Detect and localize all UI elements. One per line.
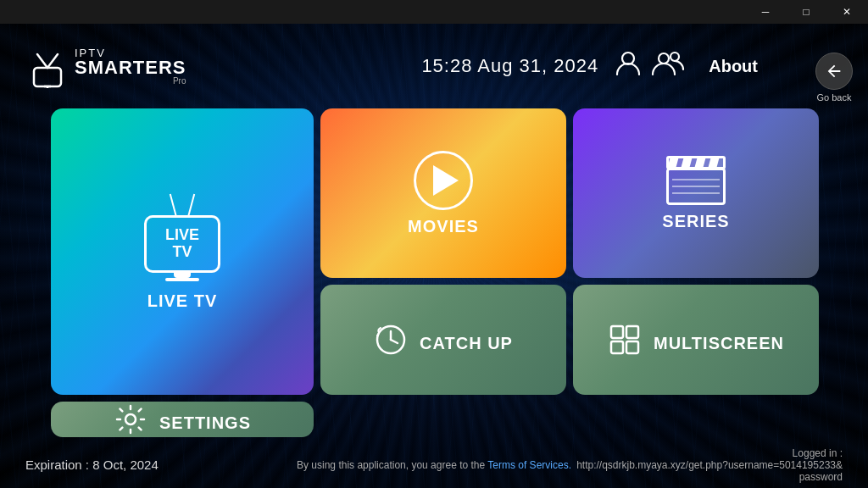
profile-icon[interactable] xyxy=(614,49,643,84)
goback-icon xyxy=(825,62,843,80)
logo-text: IPTV SMARTERS Pro xyxy=(75,47,186,86)
logged-in-label: Logged in : xyxy=(793,447,843,459)
clapper-stripe xyxy=(668,158,679,167)
logged-in-info: Logged in : http://qsdrkjb.myaya.xyz/get… xyxy=(571,447,843,483)
clapper-icon xyxy=(666,156,726,205)
svg-rect-16 xyxy=(626,341,638,353)
header-icons xyxy=(614,49,685,84)
footer: Expiration : 8 Oct, 2024 By using this a… xyxy=(0,441,868,488)
maximize-button[interactable]: □ xyxy=(787,0,826,24)
clapper-stripe xyxy=(695,158,706,167)
svg-rect-2 xyxy=(34,68,61,86)
logged-in-url: http://qsdrkjb.myaya.xyz/get.php?usernam… xyxy=(576,459,843,483)
goback-area: Go back xyxy=(800,47,868,103)
close-button[interactable]: ✕ xyxy=(827,0,866,24)
svg-line-1 xyxy=(47,54,58,68)
cards-grid: LIVETV LIVE TV MOVIES xyxy=(51,108,817,437)
movies-card[interactable]: MOVIES xyxy=(320,108,566,278)
expiry-text: Expiration : 8 Oct, 2024 xyxy=(25,458,159,472)
terms-link[interactable]: Terms of Services. xyxy=(487,459,571,471)
play-icon xyxy=(414,151,473,210)
svg-point-8 xyxy=(659,53,669,64)
catchup-label: CATCH UP xyxy=(420,334,513,353)
goback-button[interactable] xyxy=(815,53,853,90)
tv-inner-text: LIVETV xyxy=(165,227,199,261)
multiscreen-label: MULTISCREEN xyxy=(654,334,784,353)
about-button[interactable]: About xyxy=(700,53,766,80)
svg-line-0 xyxy=(37,54,47,68)
catchup-card[interactable]: CATCH UP xyxy=(320,285,566,395)
settings-icon xyxy=(114,402,147,436)
svg-point-17 xyxy=(125,414,136,424)
multiuser-svg xyxy=(651,49,685,78)
header-right: 15:28 Aug 31, 2024 xyxy=(421,49,843,84)
person-svg xyxy=(614,49,643,78)
tv-body: LIVETV xyxy=(144,215,220,273)
main-area: Go back IPTV SMARTERS Pro 15:28 Aug 31, … xyxy=(0,24,868,488)
antenna-left xyxy=(170,193,177,217)
logo-smarters: SMARTERS xyxy=(75,58,186,77)
tv-stand xyxy=(174,273,191,278)
series-card[interactable]: SERIES xyxy=(573,108,819,278)
tv-antenna xyxy=(175,193,189,217)
svg-point-9 xyxy=(670,53,679,61)
clapper-line xyxy=(672,192,720,194)
tv-base xyxy=(165,278,199,281)
clapper-stripe xyxy=(682,158,693,167)
movies-label: MOVIES xyxy=(408,217,479,236)
livetv-label: LIVE TV xyxy=(147,291,218,311)
datetime: 15:28 Aug 31, 2024 xyxy=(421,55,598,77)
multiuser-icon[interactable] xyxy=(651,49,685,84)
terms-prefix: By using this application, you agree to … xyxy=(297,459,487,471)
antenna-right xyxy=(187,193,195,217)
titlebar: ─ □ ✕ xyxy=(0,0,868,24)
multiscreen-icon xyxy=(608,323,642,357)
settings-card[interactable]: SETTINGS xyxy=(51,402,314,437)
livetv-icon: LIVETV xyxy=(144,193,220,281)
livetv-card[interactable]: LIVETV LIVE TV xyxy=(51,108,314,395)
multiscreen-card[interactable]: MULTISCREEN xyxy=(573,285,819,395)
play-triangle xyxy=(433,165,459,196)
series-label: SERIES xyxy=(662,212,729,231)
goback-label: Go back xyxy=(817,92,852,103)
settings-label: SETTINGS xyxy=(159,413,251,433)
svg-rect-15 xyxy=(611,341,623,353)
clapper-stripe xyxy=(709,158,720,167)
terms-text: By using this application, you agree to … xyxy=(297,459,571,471)
svg-rect-13 xyxy=(611,326,623,338)
svg-rect-14 xyxy=(626,326,638,338)
clapper-line xyxy=(672,186,720,187)
logo-icon xyxy=(25,44,70,88)
logo-pro: Pro xyxy=(75,77,186,86)
header: IPTV SMARTERS Pro 15:28 Aug 31, 2024 xyxy=(0,24,868,108)
logo: IPTV SMARTERS Pro xyxy=(25,44,186,88)
clapper-main xyxy=(666,168,726,205)
svg-line-12 xyxy=(391,340,398,343)
minimize-button[interactable]: ─ xyxy=(746,0,785,24)
clapper-line xyxy=(672,179,720,180)
clock-icon xyxy=(374,323,408,357)
